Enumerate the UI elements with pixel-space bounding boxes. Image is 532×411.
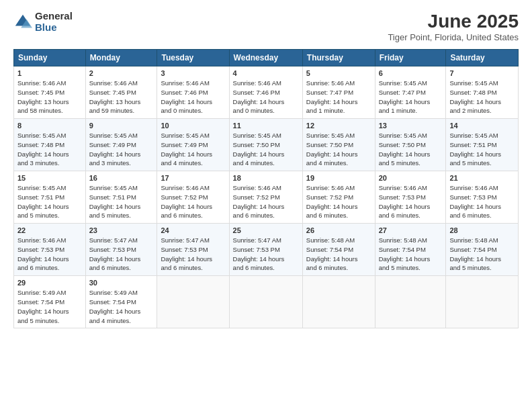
- day-info: Sunrise: 5:45 AM Sunset: 7:51 PM Dayligh…: [17, 183, 82, 220]
- day-number: 5: [306, 69, 371, 77]
- day-info: Sunrise: 5:45 AM Sunset: 7:49 PM Dayligh…: [89, 131, 154, 168]
- day-number: 3: [161, 69, 225, 77]
- day-info: Sunrise: 5:47 AM Sunset: 7:53 PM Dayligh…: [161, 236, 225, 273]
- day-info: Sunrise: 5:46 AM Sunset: 7:53 PM Dayligh…: [379, 183, 443, 220]
- table-row: 29Sunrise: 5:49 AM Sunset: 7:54 PM Dayli…: [14, 276, 86, 328]
- day-info: Sunrise: 5:46 AM Sunset: 7:47 PM Dayligh…: [306, 79, 371, 116]
- day-info: Sunrise: 5:49 AM Sunset: 7:54 PM Dayligh…: [17, 288, 82, 325]
- day-number: 10: [161, 122, 225, 130]
- day-info: Sunrise: 5:45 AM Sunset: 7:51 PM Dayligh…: [89, 183, 154, 220]
- col-thursday: Thursday: [302, 50, 375, 66]
- day-info: Sunrise: 5:46 AM Sunset: 7:52 PM Dayligh…: [161, 183, 225, 220]
- table-row: [375, 276, 446, 328]
- day-number: 17: [161, 174, 225, 182]
- day-info: Sunrise: 5:45 AM Sunset: 7:50 PM Dayligh…: [306, 131, 371, 168]
- day-number: 19: [306, 174, 371, 182]
- table-row: [229, 276, 302, 328]
- calendar-week-row: 1Sunrise: 5:46 AM Sunset: 7:45 PM Daylig…: [14, 66, 519, 119]
- day-number: 28: [449, 226, 515, 234]
- header: General Blue June 2025 Tiger Point, Flor…: [13, 11, 519, 42]
- day-number: 20: [379, 174, 443, 182]
- day-number: 29: [17, 279, 82, 287]
- day-info: Sunrise: 5:48 AM Sunset: 7:54 PM Dayligh…: [449, 236, 515, 273]
- logo-icon: [13, 13, 32, 32]
- logo-blue: Blue: [35, 22, 73, 34]
- logo: General Blue: [13, 11, 73, 33]
- calendar-header-row: Sunday Monday Tuesday Wednesday Thursday…: [14, 50, 519, 66]
- table-row: [446, 276, 519, 328]
- logo-text: General Blue: [35, 11, 73, 33]
- table-row: 24Sunrise: 5:47 AM Sunset: 7:53 PM Dayli…: [157, 224, 229, 276]
- day-number: 18: [233, 174, 299, 182]
- logo-general: General: [35, 11, 73, 22]
- day-number: 25: [233, 226, 299, 234]
- day-number: 2: [89, 69, 154, 77]
- day-number: 27: [379, 226, 443, 234]
- day-number: 22: [17, 226, 82, 234]
- day-info: Sunrise: 5:45 AM Sunset: 7:48 PM Dayligh…: [449, 79, 515, 116]
- location: Tiger Point, Florida, United States: [388, 32, 519, 42]
- table-row: 25Sunrise: 5:47 AM Sunset: 7:53 PM Dayli…: [229, 224, 302, 276]
- table-row: 13Sunrise: 5:45 AM Sunset: 7:50 PM Dayli…: [375, 119, 446, 171]
- day-info: Sunrise: 5:49 AM Sunset: 7:54 PM Dayligh…: [89, 288, 154, 325]
- table-row: 4Sunrise: 5:46 AM Sunset: 7:46 PM Daylig…: [229, 66, 302, 119]
- table-row: 12Sunrise: 5:45 AM Sunset: 7:50 PM Dayli…: [302, 119, 375, 171]
- day-number: 4: [233, 69, 299, 77]
- table-row: 27Sunrise: 5:48 AM Sunset: 7:54 PM Dayli…: [375, 224, 446, 276]
- day-number: 23: [89, 226, 154, 234]
- table-row: 14Sunrise: 5:45 AM Sunset: 7:51 PM Dayli…: [446, 119, 519, 171]
- day-number: 14: [449, 122, 515, 130]
- col-wednesday: Wednesday: [229, 50, 302, 66]
- day-info: Sunrise: 5:48 AM Sunset: 7:54 PM Dayligh…: [379, 236, 443, 273]
- col-monday: Monday: [85, 50, 157, 66]
- day-info: Sunrise: 5:48 AM Sunset: 7:54 PM Dayligh…: [306, 236, 371, 273]
- table-row: 16Sunrise: 5:45 AM Sunset: 7:51 PM Dayli…: [85, 171, 157, 224]
- day-info: Sunrise: 5:47 AM Sunset: 7:53 PM Dayligh…: [233, 236, 299, 273]
- day-number: 11: [233, 122, 299, 130]
- table-row: 18Sunrise: 5:46 AM Sunset: 7:52 PM Dayli…: [229, 171, 302, 224]
- day-number: 9: [89, 122, 154, 130]
- table-row: 17Sunrise: 5:46 AM Sunset: 7:52 PM Dayli…: [157, 171, 229, 224]
- calendar-week-row: 29Sunrise: 5:49 AM Sunset: 7:54 PM Dayli…: [14, 276, 519, 328]
- page: General Blue June 2025 Tiger Point, Flor…: [0, 0, 532, 411]
- calendar-week-row: 8Sunrise: 5:45 AM Sunset: 7:48 PM Daylig…: [14, 119, 519, 171]
- table-row: 6Sunrise: 5:45 AM Sunset: 7:47 PM Daylig…: [375, 66, 446, 119]
- day-number: 26: [306, 226, 371, 234]
- day-number: 6: [379, 69, 443, 77]
- calendar-week-row: 15Sunrise: 5:45 AM Sunset: 7:51 PM Dayli…: [14, 171, 519, 224]
- day-info: Sunrise: 5:45 AM Sunset: 7:49 PM Dayligh…: [161, 131, 225, 168]
- table-row: 19Sunrise: 5:46 AM Sunset: 7:52 PM Dayli…: [302, 171, 375, 224]
- day-info: Sunrise: 5:46 AM Sunset: 7:46 PM Dayligh…: [161, 79, 225, 116]
- col-sunday: Sunday: [14, 50, 86, 66]
- table-row: 1Sunrise: 5:46 AM Sunset: 7:45 PM Daylig…: [14, 66, 86, 119]
- table-row: 15Sunrise: 5:45 AM Sunset: 7:51 PM Dayli…: [14, 171, 86, 224]
- table-row: 8Sunrise: 5:45 AM Sunset: 7:48 PM Daylig…: [14, 119, 86, 171]
- day-info: Sunrise: 5:46 AM Sunset: 7:45 PM Dayligh…: [89, 79, 154, 116]
- day-info: Sunrise: 5:46 AM Sunset: 7:52 PM Dayligh…: [306, 183, 371, 220]
- day-number: 30: [89, 279, 154, 287]
- day-info: Sunrise: 5:46 AM Sunset: 7:52 PM Dayligh…: [233, 183, 299, 220]
- day-number: 21: [449, 174, 515, 182]
- day-number: 1: [17, 69, 82, 77]
- day-info: Sunrise: 5:45 AM Sunset: 7:47 PM Dayligh…: [379, 79, 443, 116]
- table-row: 30Sunrise: 5:49 AM Sunset: 7:54 PM Dayli…: [85, 276, 157, 328]
- day-number: 12: [306, 122, 371, 130]
- day-info: Sunrise: 5:46 AM Sunset: 7:46 PM Dayligh…: [233, 79, 299, 116]
- table-row: 10Sunrise: 5:45 AM Sunset: 7:49 PM Dayli…: [157, 119, 229, 171]
- table-row: 23Sunrise: 5:47 AM Sunset: 7:53 PM Dayli…: [85, 224, 157, 276]
- day-number: 7: [449, 69, 515, 77]
- day-info: Sunrise: 5:45 AM Sunset: 7:48 PM Dayligh…: [17, 131, 82, 168]
- table-row: 2Sunrise: 5:46 AM Sunset: 7:45 PM Daylig…: [85, 66, 157, 119]
- day-number: 24: [161, 226, 225, 234]
- day-number: 16: [89, 174, 154, 182]
- day-info: Sunrise: 5:45 AM Sunset: 7:50 PM Dayligh…: [379, 131, 443, 168]
- table-row: 11Sunrise: 5:45 AM Sunset: 7:50 PM Dayli…: [229, 119, 302, 171]
- table-row: 9Sunrise: 5:45 AM Sunset: 7:49 PM Daylig…: [85, 119, 157, 171]
- table-row: [302, 276, 375, 328]
- col-friday: Friday: [375, 50, 446, 66]
- day-number: 15: [17, 174, 82, 182]
- day-info: Sunrise: 5:47 AM Sunset: 7:53 PM Dayligh…: [89, 236, 154, 273]
- day-number: 8: [17, 122, 82, 130]
- table-row: 3Sunrise: 5:46 AM Sunset: 7:46 PM Daylig…: [157, 66, 229, 119]
- day-info: Sunrise: 5:46 AM Sunset: 7:45 PM Dayligh…: [17, 79, 82, 116]
